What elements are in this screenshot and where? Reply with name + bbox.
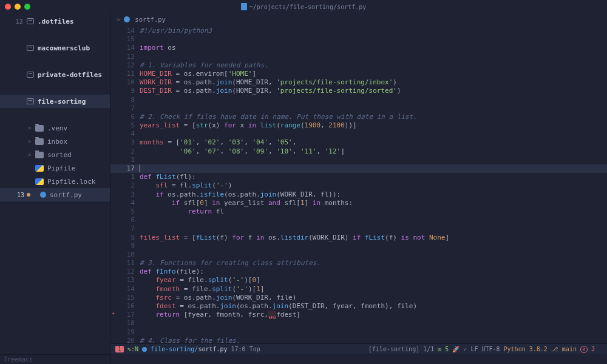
code-line[interactable]: 3 if os.path.isfile(os.path.join(WORK_DI… <box>110 190 607 199</box>
lsp-icon: 🚀 <box>452 346 459 352</box>
modified-icon <box>27 193 30 197</box>
modeline-path: file-sorting/sortf.py <box>151 346 227 352</box>
cursor-position: 17:0 Top <box>231 346 260 352</box>
sidebar-project-private-dotfiles[interactable]: private-dotfiles <box>0 68 110 81</box>
encoding: LF UTF-8 <box>470 346 500 352</box>
title-path: ~/projects/file-sorting/sortf.py <box>0 3 607 10</box>
code-line[interactable]: 16 fdest = os.path.join(os.path.join(DES… <box>110 302 607 311</box>
sidebar-project-macownersclub[interactable]: macownersclub <box>0 41 110 55</box>
code-line[interactable]: 14import os <box>110 44 607 52</box>
project-icon <box>27 98 34 104</box>
folder-icon <box>35 125 44 132</box>
code-line[interactable]: ‣17 return [fyear, fmonth, fsrc,␣␣fdest] <box>110 311 607 319</box>
code-line[interactable]: 17 <box>110 164 607 173</box>
code-line[interactable]: 15 fsrc = os.path.join(WORK_DIR, file) <box>110 294 607 302</box>
code-line[interactable]: 12# 1. Variables for needed paths. <box>110 61 607 70</box>
code-line[interactable]: 6 <box>110 216 607 224</box>
code-line[interactable]: 1 <box>110 156 607 164</box>
evil-state: ✎:N <box>127 346 138 352</box>
code-area[interactable]: 14#!/usr/bin/python31514import os1312# 1… <box>110 25 607 343</box>
sidebar: 12.dotfilesmacownersclubprivate-dotfiles… <box>0 13 110 364</box>
project-icon <box>27 72 34 78</box>
breadcrumb-file: sortf.py <box>135 16 166 23</box>
code-line[interactable]: 4 <box>110 130 607 138</box>
code-line[interactable]: 1def fList(fl): <box>110 173 607 181</box>
code-line[interactable]: 14 fmonth = file.split('-')[1] <box>110 285 607 294</box>
sidebar-project-.dotfiles[interactable]: 12.dotfiles <box>0 15 110 28</box>
project-icon <box>27 45 34 51</box>
editor: > sortf.py 14#!/usr/bin/python31514impor… <box>110 13 607 364</box>
code-line[interactable]: 9 <box>110 242 607 251</box>
code-line[interactable]: 20# 4. Class for the files. <box>110 337 607 343</box>
code-line[interactable]: 8files_list = [fList(f) for f in os.list… <box>110 234 607 242</box>
file-tree[interactable]: 12.dotfilesmacownersclubprivate-dotfiles… <box>0 13 110 354</box>
code-line[interactable]: 4 if sfl[0] in years_list and sfl[1] in … <box>110 199 607 207</box>
folder-icon <box>35 138 44 145</box>
code-line[interactable]: 13 <box>110 53 607 61</box>
file-icon <box>241 3 247 10</box>
code-line[interactable]: 7 <box>110 104 607 113</box>
sidebar-item-.venv[interactable]: >.venv <box>0 121 110 135</box>
code-line[interactable]: 10WORK_DIR = os.path.join(HOME_DIR, 'pro… <box>110 78 607 87</box>
code-line[interactable]: 3months = ['01', '02', '03', '04', '05', <box>110 138 607 147</box>
chevron-right-icon: > <box>117 16 120 23</box>
mail-icon: ✉ 5 <box>438 346 449 352</box>
modeline: 1 ✎:N file-sorting/sortf.py 17:0 Top [fi… <box>110 343 607 354</box>
emacs-window: ~/projects/file-sorting/sortf.py 12.dotf… <box>0 0 607 364</box>
code-line[interactable]: 15 <box>110 35 607 44</box>
code-line[interactable]: 7 <box>110 224 607 233</box>
breadcrumb: > sortf.py <box>110 13 607 25</box>
python-icon <box>142 347 147 352</box>
python-icon <box>124 16 130 22</box>
code-line[interactable]: 11HOME_DIR = os.environ['HOME'] <box>110 70 607 78</box>
sidebar-item-sorted[interactable]: >sorted <box>0 148 110 161</box>
major-mode: Python 3.8.2 <box>504 346 548 352</box>
pipfile-icon <box>35 178 44 185</box>
titlebar: ~/projects/file-sorting/sortf.py <box>0 0 607 13</box>
sidebar-mode: Treemacs <box>0 354 110 364</box>
pipfile-icon <box>35 165 44 172</box>
main-area: 12.dotfilesmacownersclubprivate-dotfiles… <box>0 13 607 364</box>
sidebar-project-file-sorting[interactable]: file-sorting <box>0 95 110 108</box>
code-line[interactable]: 18 <box>110 319 607 328</box>
code-line[interactable]: 2 sfl = fl.split('-') <box>110 181 607 190</box>
code-line[interactable]: 14#!/usr/bin/python3 <box>110 27 607 35</box>
code-line[interactable]: 12def fInfo(file): <box>110 268 607 276</box>
code-line[interactable]: 13 fyear = file.split('-')[0] <box>110 276 607 285</box>
lsp-status: ✓ <box>463 346 467 352</box>
vcs-branch: ⎇ main <box>551 346 577 352</box>
sidebar-item-inbox[interactable]: >inbox <box>0 135 110 148</box>
python-icon <box>40 192 46 198</box>
modeline-badge: 1 <box>115 346 124 352</box>
project-icon <box>27 18 34 24</box>
code-line[interactable]: 10 <box>110 251 607 259</box>
echo-area <box>110 354 607 364</box>
code-line[interactable]: 9DEST_DIR = os.path.join(HOME_DIR, 'proj… <box>110 87 607 95</box>
checker-errors: ⊘ 3 <box>580 345 595 353</box>
project-indicator: [file-sorting] 1/1 <box>368 346 434 352</box>
folder-icon <box>35 152 44 158</box>
code-line[interactable]: 5years_list = [str(x) for x in list(rang… <box>110 121 607 130</box>
code-line[interactable]: 6# 2. Check if files have date in name. … <box>110 113 607 121</box>
code-line[interactable]: 5 return fl <box>110 207 607 216</box>
code-line[interactable]: 11# 3. Functions for creating class attr… <box>110 259 607 268</box>
sidebar-item-sortf.py[interactable]: 13 sortf.py <box>0 188 110 201</box>
sidebar-item-Pipfile[interactable]: Pipfile <box>0 161 110 175</box>
code-line[interactable]: 19 <box>110 328 607 337</box>
code-line[interactable]: 2 '06', '07', '08', '09', '10', '11', '1… <box>110 147 607 156</box>
code-line[interactable]: 8 <box>110 96 607 104</box>
sidebar-item-Pipfile.lock[interactable]: Pipfile.lock <box>0 175 110 188</box>
title-path-text: ~/projects/file-sorting/sortf.py <box>249 4 367 10</box>
